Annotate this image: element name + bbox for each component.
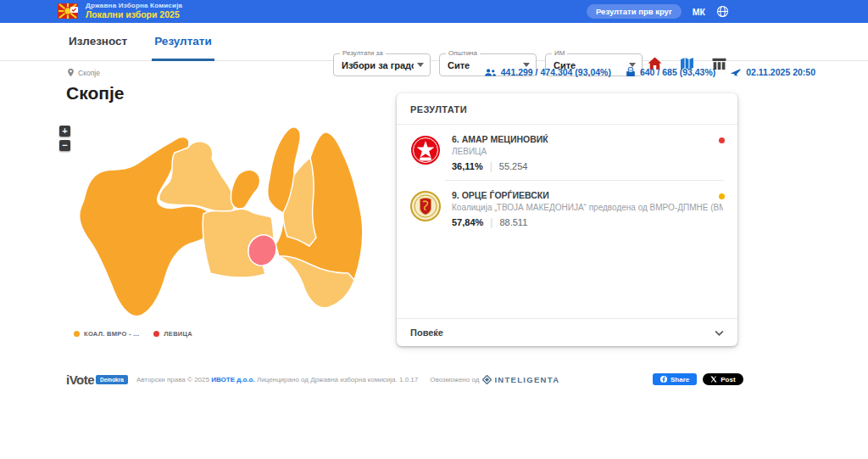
results-panel-title: РЕЗУЛТАТИ [397, 93, 737, 125]
election-results-page: Државна Изборна Комисија Локални избори … [0, 0, 868, 459]
candidate-votes: 55.254 [499, 161, 528, 171]
x-post-button[interactable]: Post [703, 373, 743, 385]
nav-bar: Излезност Резултати Резултати за Избори … [0, 23, 868, 61]
ivote-logo[interactable]: iVote Demokra [66, 372, 128, 387]
skopje-municipalities-map[interactable] [72, 112, 403, 328]
legend-dot [74, 331, 80, 337]
map-region-knob [231, 170, 259, 209]
inteligenta-icon [482, 375, 492, 384]
tabs: Излезност Резултати [66, 23, 214, 61]
election-title: Локални избори 2025 [86, 9, 182, 20]
candidate-party: ЛЕВИЦА [452, 147, 548, 156]
results-for-label: Резултати за [340, 49, 386, 57]
legend-item-vmro[interactable]: КОАЛ. ВМРО - ... [74, 330, 139, 338]
map-zoom-in-button[interactable]: + [59, 126, 70, 137]
company-link[interactable]: ИВОТЕ д.о.о. [211, 376, 255, 383]
candidate-color-dot [719, 137, 725, 143]
page-title: Скопје [66, 83, 124, 104]
vmro-coalition-logo [410, 191, 441, 221]
candidate-color-dot [719, 193, 725, 199]
tab-turnout[interactable]: Излезност [66, 23, 130, 61]
facebook-icon [660, 376, 667, 383]
municipality-label: Општина [446, 49, 480, 57]
powered-by-label: Овозможено од [430, 376, 479, 383]
candidate-party: Коалиција „ТВОЈА МАКЕДОНИЈА“ предводена … [452, 203, 723, 212]
map-legend: КОАЛ. ВМРО - ... ЛЕВИЦА [74, 330, 192, 338]
plane-icon [730, 68, 742, 77]
copyright-text: Авторски права © 2025 ИВОТЕ д.о.о. Лицен… [136, 376, 418, 383]
candidate-percent: 57,84% [452, 217, 483, 227]
x-icon [710, 376, 717, 383]
map-region-levica [248, 235, 276, 266]
polling-stations-stat: 640 / 685 (93,43%) [626, 67, 715, 77]
globe-icon[interactable] [716, 5, 729, 18]
breadcrumb[interactable]: Скопје [67, 68, 100, 77]
turnout-stat: 441.299 / 474.304 (93,04%) [484, 67, 611, 77]
footer: iVote Demokra Авторски права © 2025 ИВОТ… [66, 372, 559, 387]
version-label: 1.0.17 [399, 376, 418, 383]
map-zoom-out-button[interactable]: − [59, 140, 70, 151]
results-for-select[interactable]: Резултати за Избори за градон... [333, 53, 431, 76]
inteligenta-logo[interactable]: INTELIGENTA [482, 375, 559, 384]
candidate-percent: 36,11% [452, 161, 483, 171]
candidate-name: 6. АМАР МЕЦИНОВИЌ [452, 134, 548, 144]
candidate-row[interactable]: 6. АМАР МЕЦИНОВИЌ ЛЕВИЦА 36,11% | 55.254 [397, 125, 737, 180]
more-results-toggle[interactable]: Повеќе [397, 318, 737, 346]
legend-dot [153, 331, 159, 337]
candidate-row[interactable]: 9. ОРЦЕ ЃОРЃИЕВСКИ Коалиција „ТВОЈА МАКЕ… [397, 181, 737, 236]
top-bar: Државна Изборна Комисија Локални избори … [0, 0, 868, 23]
breadcrumb-location: Скопје [78, 69, 100, 77]
language-switcher[interactable]: МК [693, 7, 705, 17]
voters-icon [484, 68, 497, 77]
first-round-results-button[interactable]: Резултати прв круг [587, 4, 682, 19]
results-panel: РЕЗУЛТАТИ 6. АМАР МЕЦИНОВИЌ ЛЕВИЦА 36,11… [397, 93, 737, 346]
sec-logo-icon [58, 3, 80, 20]
brand[interactable]: Државна Изборна Комисија Локални избори … [58, 2, 182, 20]
candidate-name: 9. ОРЦЕ ЃОРЃИЕВСКИ [452, 190, 723, 200]
im-label: ИМ [552, 49, 567, 57]
stats-row: 441.299 / 474.304 (93,04%) 640 / 685 (93… [484, 67, 815, 77]
tab-results[interactable]: Резултати [152, 23, 214, 61]
facebook-share-button[interactable]: Share [653, 373, 697, 385]
chevron-down-icon [417, 63, 424, 67]
legend-item-levica[interactable]: ЛЕВИЦА [153, 330, 192, 338]
ballot-box-icon [626, 67, 636, 77]
org-name: Државна Изборна Комисија [86, 2, 182, 9]
levica-party-logo [410, 135, 441, 165]
chevron-down-icon [715, 330, 724, 336]
demokra-badge: Demokra [96, 375, 128, 384]
candidate-votes: 88.511 [499, 217, 527, 227]
last-updated-stat: 02.11.2025 20:50 [730, 67, 815, 77]
location-pin-icon [67, 68, 75, 77]
